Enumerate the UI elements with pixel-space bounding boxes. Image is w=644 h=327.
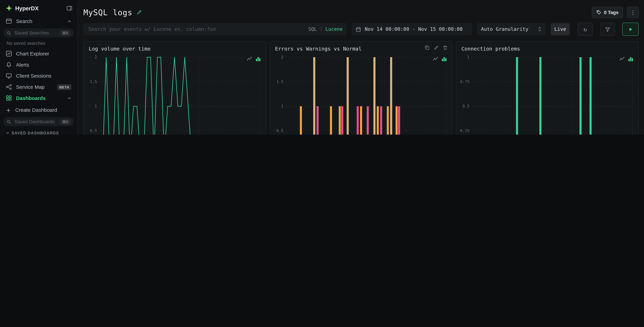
svg-text:0.75: 0.75 <box>460 80 470 84</box>
svg-text:0.25: 0.25 <box>460 129 470 133</box>
page-title: MySQL logs <box>84 8 132 17</box>
svg-text:1.5: 1.5 <box>276 80 283 84</box>
beta-badge: BETA <box>57 84 72 90</box>
sidebar-item-search[interactable]: Search <box>0 16 77 27</box>
panel-log-volume: Log volume over time 00.511.52Nov 14 12:… <box>84 41 266 135</box>
svg-text:2: 2 <box>94 55 97 59</box>
saved-searches-field[interactable] <box>14 30 58 36</box>
edit-title-icon[interactable] <box>136 10 142 15</box>
select-chevrons-icon <box>538 27 542 32</box>
bell-icon <box>6 62 12 68</box>
event-search: SQL | Lucene <box>84 23 347 35</box>
filter-button[interactable] <box>600 23 615 36</box>
trash-icon[interactable] <box>443 45 448 50</box>
hyperdx-logo-icon <box>6 5 12 12</box>
bar-chart-icon[interactable] <box>628 56 633 61</box>
chart-canvas-errors-warnings: 00.511.52Nov 14 12:00:00 AM11:00:00 AM11… <box>273 54 448 135</box>
edit-icon[interactable] <box>434 45 439 50</box>
panel-errors-warnings: Errors vs Warnings vs Normal 00.511.52No… <box>270 41 452 135</box>
sidebar-collapse-icon[interactable] <box>66 6 72 11</box>
chevron-up-icon <box>68 96 72 100</box>
monitor-icon <box>6 73 12 79</box>
panel-menu-button[interactable]: ⋮ <box>627 7 638 18</box>
panel-connection-problems: Connection problems 00.250.50.751Nov 14 … <box>456 41 638 135</box>
svg-text:1: 1 <box>94 104 97 108</box>
search-section-icon <box>6 18 12 24</box>
chevron-down-icon <box>6 131 10 135</box>
panel-title: Errors vs Warnings vs Normal <box>275 46 362 52</box>
dashboards-grid-icon <box>6 95 12 101</box>
service-map-icon <box>6 84 12 90</box>
line-chart-icon[interactable] <box>433 56 438 61</box>
event-search-input[interactable] <box>84 23 347 35</box>
saved-dashboards-section[interactable]: SAVED DASHBOARDS <box>0 128 77 135</box>
tag-icon <box>596 10 602 15</box>
lucene-mode-toggle[interactable]: Lucene <box>326 26 342 32</box>
bar-chart-icon[interactable] <box>442 56 447 61</box>
granularity-select[interactable]: Auto Granularity <box>477 23 546 35</box>
line-chart-icon[interactable] <box>247 56 252 61</box>
sidebar-item-dashboards[interactable]: Dashboards <box>0 93 77 104</box>
sidebar: HyperDX Search ⌘K No saved s <box>0 0 78 135</box>
svg-text:1: 1 <box>281 104 283 108</box>
chart-canvas-connection-problems: 00.250.50.751Nov 14 12:00:00 AM11:00:00 … <box>460 54 635 135</box>
divider: | <box>320 26 323 32</box>
svg-text:0.5: 0.5 <box>276 129 283 133</box>
saved-dashboards-field[interactable] <box>14 119 58 125</box>
brand-name: HyperDX <box>15 5 64 11</box>
sidebar-item-client-sessions[interactable]: Client Sessions <box>0 70 77 82</box>
sidebar-item-service-map[interactable]: Service Map BETA <box>0 81 77 93</box>
sidebar-item-alerts[interactable]: Alerts <box>0 59 77 70</box>
live-button[interactable]: Live <box>551 23 570 35</box>
sql-mode-toggle[interactable]: SQL <box>308 26 317 32</box>
app-root: HyperDX Search ⌘K No saved s <box>0 0 644 135</box>
bar-chart-icon[interactable] <box>255 56 261 61</box>
plus-icon <box>6 108 11 113</box>
search-icon <box>6 31 11 35</box>
sidebar-item-chart-explorer[interactable]: Chart Explorer <box>0 48 77 59</box>
chevron-up-icon <box>68 19 72 23</box>
svg-text:1: 1 <box>467 55 470 59</box>
svg-text:0.5: 0.5 <box>90 129 97 133</box>
shortcut-badge: ⌘K <box>60 119 70 124</box>
refresh-button[interactable]: ↻ <box>578 23 593 36</box>
play-icon <box>628 27 633 32</box>
saved-searches-input[interactable]: ⌘K <box>3 29 74 37</box>
tags-button[interactable]: 0 Tags <box>592 7 623 18</box>
chart-canvas-log-volume: 00.511.52Nov 14 12:00:00 AM11:00:00 AM11… <box>87 54 262 135</box>
panel-title: Log volume over time <box>89 46 150 52</box>
saved-dashboards-input[interactable]: ⌘K <box>3 117 74 126</box>
duplicate-icon[interactable] <box>425 45 430 50</box>
run-query-button[interactable] <box>622 23 638 36</box>
main-content: MySQL logs 0 Tags ⋮ SQL | Lucene <box>78 0 644 135</box>
date-range-picker[interactable]: Nov 14 00:00:00 - Nov 15 00:00:00 <box>352 23 472 35</box>
svg-text:2: 2 <box>281 55 283 59</box>
svg-text:0.5: 0.5 <box>462 104 470 108</box>
panel-title: Connection problems <box>462 46 520 52</box>
svg-text:1.5: 1.5 <box>90 80 97 84</box>
search-icon <box>6 119 11 124</box>
line-chart-icon[interactable] <box>619 56 625 61</box>
calendar-icon <box>356 27 361 32</box>
chart-explorer-icon <box>6 51 12 57</box>
shortcut-badge: ⌘K <box>60 30 70 36</box>
no-saved-searches-text: No saved searches <box>0 39 77 48</box>
create-dashboard-button[interactable]: Create Dashboard <box>0 104 77 116</box>
filter-icon <box>605 27 610 32</box>
